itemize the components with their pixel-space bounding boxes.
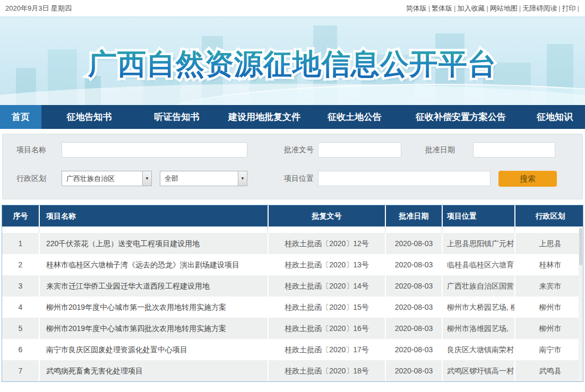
nav-item-2[interactable]: 听证告知书 (137, 105, 217, 129)
approval-no-input[interactable] (318, 142, 401, 158)
cell-date: 2020-08-03 (385, 297, 442, 318)
cell-doc-no: 桂政土批函〔2020〕18号 (268, 360, 385, 381)
link-separator: | (558, 4, 560, 12)
region-label: 行政区划 (16, 174, 46, 184)
nav-item-home[interactable]: 首页 (0, 105, 41, 129)
region-city-value: 全部 (160, 174, 178, 184)
cell-location: 柳州市洛维园艺场, (442, 318, 514, 339)
cell-index: 6 (2, 339, 39, 360)
utility-link[interactable]: 无障碍阅读 (522, 4, 557, 13)
cell-date: 2020-08-03 (385, 318, 442, 339)
column-header-doc-no: 批复文号 (268, 205, 385, 227)
table-header-row: 序号 项目名称 批复文号 批准日期 项目位置 行政区划 (2, 205, 583, 227)
location-label: 项目位置 (284, 174, 314, 184)
cell-index: 5 (2, 318, 39, 339)
cell-location: 良庆区大塘镇南荣村 (442, 339, 514, 360)
cell-location: 上思县思阳镇广元村... (442, 233, 514, 254)
table-row[interactable]: 5 柳州市2019年度中心城市第四批次农用地转用实施方案 桂政土批函〔2020〕… (2, 318, 583, 339)
cell-doc-no: 桂政土批函〔2020〕17号 (268, 339, 385, 360)
chevron-down-icon: ▼ (142, 171, 151, 186)
cell-doc-no: 桂政土批函〔2020〕15号 (268, 297, 385, 318)
cell-project-name[interactable]: 220千伏茶花（上思）送变电工程项目建设用地 (39, 233, 268, 254)
cell-doc-no: 桂政土批函〔2020〕16号 (268, 318, 385, 339)
column-header-region: 行政区划 (514, 205, 585, 227)
region-city-select[interactable]: 全部 ▼ (160, 171, 247, 186)
cell-doc-no: 桂政土批函〔2020〕14号 (268, 275, 385, 297)
cell-location: 广西壮族自治区国营... (442, 275, 514, 297)
link-separator: | (428, 4, 430, 12)
region-province-value: 广西壮族自治区 (62, 174, 115, 184)
cell-location: 柳州市大桥园艺场, 柳... (442, 297, 514, 318)
nav-item-5[interactable]: 征收补偿安置方案公告 (397, 105, 524, 129)
cell-project-name[interactable]: 桂林市临桂区六塘柚子湾《远去的恐龙》演出剧场建设项目 (39, 254, 268, 275)
cell-project-name[interactable]: 柳州市2019年度中心城市第一批次农用地转用实施方案 (39, 297, 268, 318)
banner: 广西自然资源征地信息公开平台 广西自然资源征地信息公开平台 (0, 18, 585, 105)
cell-date: 2020-08-03 (385, 339, 442, 360)
chevron-down-icon: ▼ (238, 171, 247, 186)
link-separator: | (519, 4, 521, 12)
table-row[interactable]: 3 来宾市迁江华侨工业园迁华大道西段工程建设用地 桂政土批函〔2020〕14号 … (2, 275, 583, 297)
cell-date: 2020-08-03 (385, 275, 442, 297)
scrollbar-thumb[interactable] (579, 228, 582, 265)
cell-region: 武鸣县 (514, 360, 585, 381)
cell-location: 临桂县临桂区六塘育... (442, 254, 514, 275)
table-spacer-row (2, 227, 583, 233)
utility-link[interactable]: 打印 (562, 4, 576, 13)
approval-date-input[interactable] (473, 142, 555, 158)
topbar: 2020年9月3日 星期四 简体版|繁体版|加入收藏|网站地图|无障碍阅读|打印… (0, 0, 585, 18)
scrollbar[interactable] (579, 227, 583, 381)
cell-index: 1 (2, 233, 39, 254)
table-row[interactable]: 4 柳州市2019年度中心城市第一批次农用地转用实施方案 桂政土批函〔2020〕… (2, 297, 583, 318)
cell-region: 桂林市 (514, 254, 585, 275)
column-header-date: 批准日期 (385, 205, 442, 227)
cell-location: 武鸣区锣圩镇高一村... (442, 360, 514, 381)
cell-project-name[interactable]: 柳州市2019年度中心城市第四批次农用地转用实施方案 (39, 318, 268, 339)
cell-region: 来宾市 (514, 275, 585, 297)
nav-item-3[interactable]: 建设用地批复文件 (217, 105, 312, 129)
utility-link[interactable]: 网站地图 (490, 4, 518, 13)
site-title-text: 广西自然资源征地信息公开平台 (88, 48, 497, 80)
nav-item-4[interactable]: 征收土地公告 (312, 105, 397, 129)
link-separator: | (486, 4, 488, 12)
table-row[interactable]: 2 桂林市临桂区六塘柚子湾《远去的恐龙》演出剧场建设项目 桂政土批函〔2020〕… (2, 254, 583, 275)
cell-date: 2020-08-03 (385, 233, 442, 254)
current-date: 2020年9月3日 星期四 (5, 4, 72, 13)
project-name-label: 项目名称 (16, 145, 46, 155)
site-title: 广西自然资源征地信息公开平台 广西自然资源征地信息公开平台 (0, 45, 585, 84)
location-input[interactable] (318, 171, 491, 186)
search-panel: 项目名称 批准文号 批准日期 行政区划 广西壮族自治区 ▼ 全部 ▼ 项目位置 … (2, 134, 583, 199)
cell-project-name[interactable]: 武鸣病死畜禽无害化处理项目 (39, 360, 268, 381)
column-header-index: 序号 (2, 205, 39, 227)
region-province-select[interactable]: 广西壮族自治区 ▼ (62, 171, 152, 186)
cell-region: 柳州市 (514, 318, 585, 339)
cell-index: 4 (2, 297, 39, 318)
link-separator: | (578, 4, 579, 12)
column-header-location: 项目位置 (442, 205, 514, 227)
project-name-input[interactable] (62, 142, 247, 158)
column-header-project: 项目名称 (39, 205, 268, 227)
table-row[interactable]: 6 南宁市良庆区固废处理资源化处置中心项目 桂政土批函〔2020〕17号 202… (2, 339, 583, 360)
cell-doc-no: 桂政土批函〔2020〕13号 (268, 254, 385, 275)
table-row[interactable]: 7 武鸣病死畜禽无害化处理项目 桂政土批函〔2020〕18号 2020-08-0… (2, 360, 583, 381)
cell-region: 柳州市 (514, 297, 585, 318)
cell-doc-no: 桂政土批函〔2020〕12号 (268, 233, 385, 254)
search-button[interactable]: 搜索 (498, 171, 557, 187)
main-nav: 首页征地告知书听证告知书建设用地批复文件征收土地公告征收补偿安置方案公告征地知识 (0, 105, 585, 129)
cell-region: 上思县 (514, 233, 585, 254)
cell-project-name[interactable]: 南宁市良庆区固废处理资源化处置中心项目 (39, 339, 268, 360)
approval-date-label: 批准日期 (425, 145, 455, 155)
cell-index: 2 (2, 254, 39, 275)
cell-index: 3 (2, 275, 39, 297)
cell-index: 7 (2, 360, 39, 381)
utility-link[interactable]: 简体版 (406, 4, 427, 13)
utility-link[interactable]: 繁体版 (432, 4, 452, 13)
nav-item-1[interactable]: 征地告知书 (41, 105, 137, 129)
utility-link[interactable]: 加入收藏 (457, 4, 485, 13)
link-separator: | (454, 4, 455, 12)
cell-project-name[interactable]: 来宾市迁江华侨工业园迁华大道西段工程建设用地 (39, 275, 268, 297)
table-row[interactable]: 1 220千伏茶花（上思）送变电工程项目建设用地 桂政土批函〔2020〕12号 … (2, 233, 583, 254)
cell-date: 2020-08-03 (385, 360, 442, 381)
nav-item-6[interactable]: 征地知识 (524, 105, 585, 129)
cell-region: 南宁市 (514, 339, 585, 360)
approval-no-label: 批准文号 (284, 145, 314, 155)
